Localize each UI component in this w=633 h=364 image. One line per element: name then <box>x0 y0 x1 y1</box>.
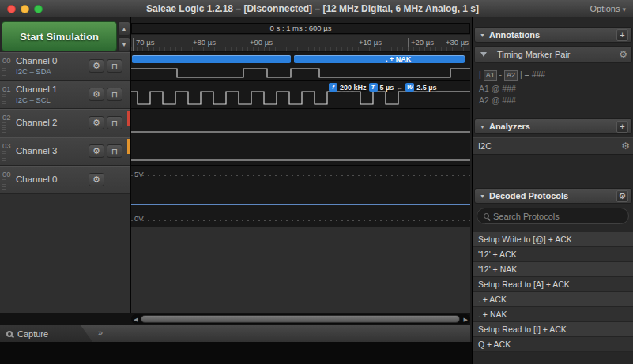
add-analyzer-button[interactable]: + <box>616 121 628 133</box>
protocol-row[interactable]: . + NAK <box>473 307 633 322</box>
protocol-row[interactable]: Setup Read to [A] + ACK <box>473 277 633 292</box>
search-input[interactable] <box>493 212 612 221</box>
collapse-icon[interactable]: ▼ <box>480 124 485 129</box>
minus: - <box>499 69 503 79</box>
protocol-row[interactable]: Setup Read to [I] + ACK <box>473 322 633 337</box>
window-title: Saleae Logic 1.2.18 – [Disconnected] – [… <box>47 3 578 14</box>
analog-gridline <box>131 220 470 221</box>
gear-icon: ⚙ <box>92 174 100 184</box>
timeline-position: 0 s : 1 ms : 600 µs <box>131 23 470 34</box>
scl-waveform-lane[interactable]: f 200 kHz T 5 µs ↔ W 2.5 µs <box>131 81 470 109</box>
bottom-bar: Capture » <box>0 325 470 342</box>
time-ruler[interactable]: 70 µs +80 µs +90 µs +10 µs +20 µs +30 µs <box>131 35 470 52</box>
options-menu[interactable]: Options▾ <box>590 4 626 13</box>
channel-name: Channel 3 <box>16 146 57 156</box>
magnifier-icon <box>6 331 13 337</box>
analyzers-header[interactable]: ▼ Analyzers + <box>474 118 632 134</box>
pipe: | <box>479 69 481 79</box>
drag-grip-icon[interactable] <box>2 179 6 190</box>
channel-row-1[interactable]: 01 Channel 1 I2C – SCL ⚙ ⊓ <box>0 81 130 109</box>
channel-settings-button[interactable]: ⚙ <box>89 116 104 129</box>
channel2-waveform-lane[interactable] <box>131 109 470 137</box>
channel-trigger-button[interactable]: ⊓ <box>107 144 122 158</box>
channel-settings-button[interactable]: ⚙ <box>89 173 104 186</box>
channel-row-0[interactable]: 00 Channel 0 I2C – SDA ⚙ ⊓ <box>0 52 130 81</box>
timing-marker-settings-button[interactable]: ⚙ <box>615 49 631 60</box>
drag-grip-icon[interactable] <box>2 66 6 76</box>
channel-row-3[interactable]: 03 Channel 3 ⚙ ⊓ <box>0 137 130 166</box>
decoded-protocols-header[interactable]: ▼ Decoded Protocols ⚙ <box>474 188 632 204</box>
channel-trigger-button[interactable]: ⊓ <box>107 59 122 73</box>
capture-tab[interactable]: Capture <box>0 325 93 343</box>
decoded-protocols-settings-button[interactable]: ⚙ <box>616 190 628 202</box>
i2c-decoded-bar[interactable] <box>132 55 291 63</box>
decoded-protocol-list: Setup Write to [@] + ACK '12' + ACK '12'… <box>473 232 633 352</box>
gear-icon: ⚙ <box>619 191 627 201</box>
capture-options-spinner: ▲ ▼ <box>118 21 130 51</box>
channel-name: Channel 0 <box>16 56 57 66</box>
analog-trace <box>131 204 470 205</box>
minimize-button[interactable] <box>21 5 29 13</box>
collapse-icon[interactable]: ▼ <box>480 32 485 38</box>
search-icon <box>484 213 489 219</box>
drag-grip-icon[interactable] <box>2 122 6 133</box>
gear-icon: ⚙ <box>92 118 100 127</box>
add-annotation-button[interactable]: + <box>616 29 628 41</box>
channel-index: 02 <box>2 113 11 122</box>
timing-marker-pair-icon <box>475 47 492 62</box>
channel-settings-button[interactable]: ⚙ <box>89 88 104 101</box>
analyzers-title: Analyzers <box>489 122 616 131</box>
analyzer-row-i2c[interactable]: I2C ⚙ <box>473 137 633 155</box>
channel-name: Channel 0 <box>16 174 57 184</box>
protocol-row[interactable]: '12' + NAK <box>473 262 633 277</box>
chevron-down-icon: ▼ <box>122 42 127 47</box>
protocol-search-box[interactable] <box>477 208 629 224</box>
channel3-waveform-lane[interactable] <box>131 137 470 166</box>
zoom-button[interactable] <box>34 5 43 13</box>
channel-name: Channel 2 <box>16 118 57 127</box>
channel-trigger-button[interactable]: ⊓ <box>107 88 122 101</box>
marker-a1-tag: A1 <box>484 70 497 81</box>
protocol-row[interactable]: Setup Write to [@] + ACK <box>473 232 633 247</box>
channel-row-2[interactable]: 02 Channel 2 ⚙ ⊓ <box>0 109 130 137</box>
measure-arrow-icon: ↔ <box>396 84 403 92</box>
timing-measurements: f 200 kHz T 5 µs ↔ W 2.5 µs <box>329 82 436 92</box>
marker-delta-row: | A1 - A2 | = ### <box>479 69 545 81</box>
analyzer-settings-button[interactable]: ⚙ <box>617 141 633 152</box>
sda-waveform-lane[interactable]: . + NAK <box>131 52 470 81</box>
more-tabs-button[interactable]: » <box>98 328 103 337</box>
spinner-down-button[interactable]: ▼ <box>118 37 130 51</box>
analog-channel-row[interactable]: 00 Channel 0 ⚙ <box>0 166 130 194</box>
annotations-header[interactable]: ▼ Annotations + <box>474 27 632 43</box>
marker-a1-row: A1 @ ### <box>479 84 516 93</box>
protocol-row[interactable]: '12' + ACK <box>473 247 633 262</box>
waveform-empty <box>131 227 470 313</box>
frequency-badge-icon: f <box>329 83 337 92</box>
channel-settings-button[interactable]: ⚙ <box>89 59 104 73</box>
spinner-up-button[interactable]: ▲ <box>118 21 130 36</box>
drag-grip-icon[interactable] <box>2 151 6 161</box>
gear-icon: ⚙ <box>92 61 100 70</box>
scrollbar-handle[interactable] <box>141 315 460 323</box>
protocol-row[interactable]: . + ACK <box>473 292 633 307</box>
marker-a2-row: A2 @ ### <box>479 96 516 105</box>
drag-grip-icon[interactable] <box>2 94 6 104</box>
start-simulation-button[interactable]: Start Simulation <box>2 21 117 51</box>
analog-waveform-lane[interactable]: 5V 0V <box>131 166 470 227</box>
trigger-indicator <box>127 139 130 154</box>
trigger-icon: ⊓ <box>111 90 118 99</box>
channel-trigger-button[interactable]: ⊓ <box>107 116 122 129</box>
timing-marker-pair-row[interactable]: Timing Marker Pair ⚙ <box>474 46 632 63</box>
horizontal-scrollbar[interactable]: ◀ ▶ <box>131 314 470 324</box>
channel2-waveform <box>131 109 470 137</box>
window-chrome <box>0 342 472 364</box>
scroll-right-icon[interactable]: ▶ <box>464 316 468 323</box>
side-panel: ▼ Annotations + Timing Marker Pair ⚙ | A… <box>472 17 633 364</box>
close-button[interactable] <box>7 5 16 13</box>
scroll-left-icon[interactable]: ◀ <box>134 316 138 323</box>
channel-settings-button[interactable]: ⚙ <box>89 144 104 158</box>
title-bar: Saleae Logic 1.2.18 – [Disconnected] – [… <box>0 0 633 17</box>
i2c-decoded-bar[interactable] <box>294 55 465 63</box>
collapse-icon[interactable]: ▼ <box>480 193 485 199</box>
protocol-row[interactable]: Q + ACK <box>473 337 633 352</box>
